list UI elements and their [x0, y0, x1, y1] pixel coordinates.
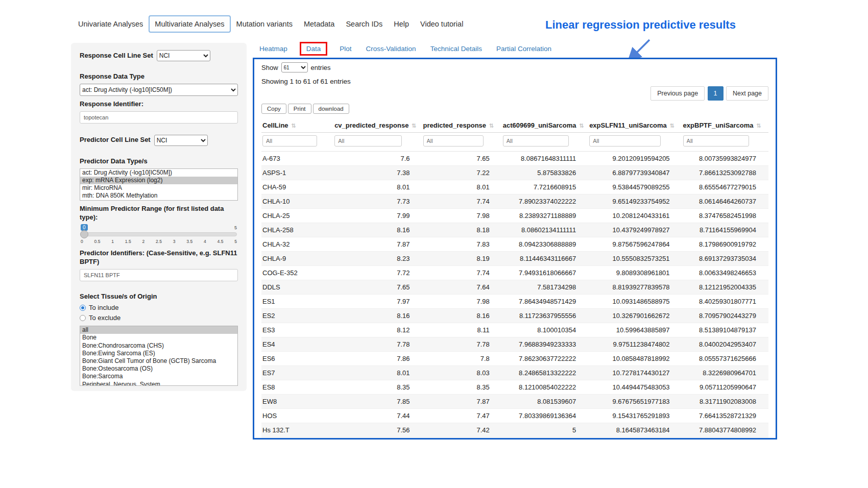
- response-identifier-input[interactable]: [80, 111, 238, 124]
- option-bone-chondrosarcoma-chs[interactable]: Bone:Chondrosarcoma (CHS): [80, 342, 237, 350]
- value-cell: 8.24865813322222: [502, 366, 588, 380]
- predictor-data-type-listbox[interactable]: act: Drug Activity (-log10[IC50M])exp: m…: [80, 168, 238, 201]
- tab-partial-correlation[interactable]: Partial Correlation: [496, 45, 551, 53]
- option-exp-mrna-expression-log2[interactable]: exp: mRNA Expression (log2): [80, 177, 237, 184]
- download-button[interactable]: download: [313, 104, 349, 114]
- table-row[interactable]: CHLA-257.997.988.2389327118888910.208124…: [261, 209, 768, 223]
- predictor-cell-line-set-select[interactable]: NCI: [154, 135, 208, 146]
- tab-cross-validation[interactable]: Cross-Validation: [366, 45, 416, 53]
- slider-handle[interactable]: [80, 230, 88, 238]
- table-row[interactable]: ES88.358.358.1210085402222210.4494475483…: [261, 380, 768, 395]
- tab-plot[interactable]: Plot: [340, 45, 351, 53]
- table-row[interactable]: CHA-598.018.017.72166089159.538445790892…: [261, 180, 768, 194]
- filter-input-expbptf-unisarcoma[interactable]: [683, 135, 749, 147]
- table-row[interactable]: CHLA-2588.168.188.0860213411111110.43792…: [261, 223, 768, 237]
- print-button[interactable]: Print: [288, 104, 311, 114]
- column-header-cv-predicted-response[interactable]: cv_predicted_response⇅: [333, 118, 422, 133]
- radio-to-exclude[interactable]: To exclude: [80, 314, 238, 322]
- value-cell: 7.98: [422, 295, 502, 309]
- radio-icon[interactable]: [80, 305, 86, 311]
- sort-icon[interactable]: ⇅: [580, 123, 584, 129]
- next-page-button[interactable]: Next page: [726, 86, 768, 101]
- table-row[interactable]: ES78.018.038.2486581332222210.7278174430…: [261, 366, 768, 380]
- option-act-drug-activity-log10-ic50m[interactable]: act: Drug Activity (-log10[IC50M]): [80, 169, 237, 177]
- sort-icon[interactable]: ⇅: [412, 123, 416, 129]
- table-row[interactable]: Hs 706.T6.946.936.304413033666675.313245…: [261, 437, 768, 440]
- sort-icon[interactable]: ⇅: [489, 123, 494, 129]
- column-header-expslfn11-unisarcoma[interactable]: expSLFN11_uniSarcoma⇅: [588, 118, 682, 133]
- nav-item-help[interactable]: Help: [388, 15, 415, 33]
- filter-input-cellline[interactable]: [262, 135, 317, 147]
- filter-input-expslfn11-unisarcoma[interactable]: [589, 135, 661, 147]
- table-row[interactable]: ES67.867.87.8623063772222210.08584878189…: [261, 352, 768, 366]
- option-bone-giant-cell-tumor-of-bone-gctb-sarcoma[interactable]: Bone:Giant Cell Tumor of Bone (GCTB) Sar…: [80, 357, 237, 365]
- nav-item-mutation-variants[interactable]: Mutation variants: [231, 15, 298, 33]
- tab-technical-details[interactable]: Technical Details: [430, 45, 482, 53]
- value-cell: 7.87: [333, 237, 422, 252]
- table-row[interactable]: ES47.787.787.968839492333339.97511238474…: [261, 337, 768, 352]
- entries-select[interactable]: 61: [281, 62, 308, 72]
- column-header-predicted-response[interactable]: predicted_response⇅: [422, 118, 502, 133]
- table-row[interactable]: COG-E-3527.727.747.949316180666679.80893…: [261, 266, 768, 280]
- filter-input-cv-predicted-response[interactable]: [334, 135, 402, 147]
- option-mth-dna-850k-methylation[interactable]: mth: DNA 850K Methylation: [80, 192, 237, 200]
- table-row[interactable]: ES17.977.987.8643494857142910.0931486588…: [261, 295, 768, 309]
- value-cell: 8.19: [422, 252, 502, 266]
- response-data-type-select[interactable]: act: Drug Activity (-log10[IC50M]): [80, 84, 238, 96]
- option-all[interactable]: all: [80, 326, 237, 334]
- slider-track[interactable]: [81, 232, 237, 236]
- option-peripheral-nervous-system[interactable]: Peripheral_Nervous_System: [80, 381, 237, 386]
- page-number-button[interactable]: 1: [708, 86, 724, 101]
- column-label: expBPTF_uniSarcoma: [683, 121, 754, 129]
- table-row[interactable]: CHLA-107.737.747.890233740222229.6514923…: [261, 194, 768, 209]
- table-row[interactable]: HOS7.447.477.803398691363649.15431765291…: [261, 409, 768, 423]
- value-cell: 8.70957902443279: [682, 309, 768, 323]
- nav-item-search-ids[interactable]: Search IDs: [340, 15, 388, 33]
- table-row[interactable]: ES28.168.168.1172363795555610.3267901662…: [261, 309, 768, 323]
- slider-tick: 3: [173, 239, 176, 244]
- value-cell: 8.11: [422, 323, 502, 337]
- nav-item-univariate-analyses[interactable]: Univariate Analyses: [73, 15, 149, 33]
- predictor-identifiers-input[interactable]: [80, 269, 238, 281]
- table-row[interactable]: A-6737.67.658.086716483111119.2012091959…: [261, 152, 768, 166]
- nav-item-multivariate-analyses[interactable]: Multivariate Analyses: [149, 15, 230, 33]
- tab-data[interactable]: Data: [300, 42, 328, 56]
- response-data-type-label: Response Data Type: [80, 72, 238, 81]
- option-bone[interactable]: Bone: [80, 334, 237, 341]
- nav-item-metadata[interactable]: Metadata: [298, 15, 340, 33]
- value-cell: 7.581734298: [502, 280, 588, 295]
- column-header-expbptf-unisarcoma[interactable]: expBPTF_uniSarcoma⇅: [682, 118, 768, 133]
- tab-heatmap[interactable]: Heatmap: [259, 45, 287, 53]
- table-row[interactable]: CHLA-98.238.198.1144634311666710.5550832…: [261, 252, 768, 266]
- nav-item-video-tutorial[interactable]: Video tutorial: [415, 15, 469, 33]
- table-row[interactable]: ASPS-17.387.225.8758338266.8879773934084…: [261, 166, 768, 180]
- value-cell: 10.2081240433161: [588, 209, 682, 223]
- sort-icon[interactable]: ⇅: [670, 123, 674, 129]
- table-row[interactable]: CHLA-327.877.838.094233068888899.8756759…: [261, 237, 768, 252]
- column-header-cellline[interactable]: CellLine⇅: [261, 118, 333, 133]
- table-row[interactable]: ES38.128.118.10001035410.5996438858978.5…: [261, 323, 768, 337]
- response-cell-line-set-select[interactable]: NCI: [157, 50, 210, 61]
- radio-icon[interactable]: [80, 315, 86, 321]
- value-cell: 7.74: [422, 194, 502, 209]
- table-row[interactable]: DDLS7.657.647.5817342988.819392778395788…: [261, 280, 768, 295]
- sort-icon[interactable]: ⇅: [757, 123, 761, 129]
- min-predictor-range-slider[interactable]: 0 5 00.511.522.533.544.55: [81, 224, 237, 244]
- column-header-act609699-unisarcoma[interactable]: act609699_uniSarcoma⇅: [502, 118, 588, 133]
- tissue-label: Select Tissue/s of Origin: [80, 292, 238, 301]
- filter-input-act609699-unisarcoma[interactable]: [503, 135, 569, 147]
- copy-button[interactable]: Copy: [261, 104, 286, 114]
- radio-to-include[interactable]: To include: [80, 304, 238, 311]
- previous-page-button[interactable]: Previous page: [650, 86, 705, 101]
- tissue-listbox[interactable]: allBoneBone:Chondrosarcoma (CHS)Bone:Ewi…: [80, 326, 238, 386]
- value-cell: 8.06146464260737: [682, 194, 768, 209]
- response-cell-line-set-group: Response Cell Line Set NCI: [80, 50, 238, 61]
- option-bone-ewing-sarcoma-es[interactable]: Bone:Ewing Sarcoma (ES): [80, 350, 237, 357]
- option-bone-osteosarcoma-os[interactable]: Bone:Osteosarcoma (OS): [80, 365, 237, 373]
- table-row[interactable]: Hs 132.T7.567.4258.16458734631847.880437…: [261, 423, 768, 437]
- option-mir-microrna[interactable]: mir: MicroRNA: [80, 184, 237, 192]
- sort-icon[interactable]: ⇅: [292, 123, 296, 129]
- option-bone-sarcoma[interactable]: Bone:Sarcoma: [80, 373, 237, 380]
- table-row[interactable]: EW87.857.878.0815396079.676756519771838.…: [261, 395, 768, 409]
- filter-input-predicted-response[interactable]: [423, 135, 484, 147]
